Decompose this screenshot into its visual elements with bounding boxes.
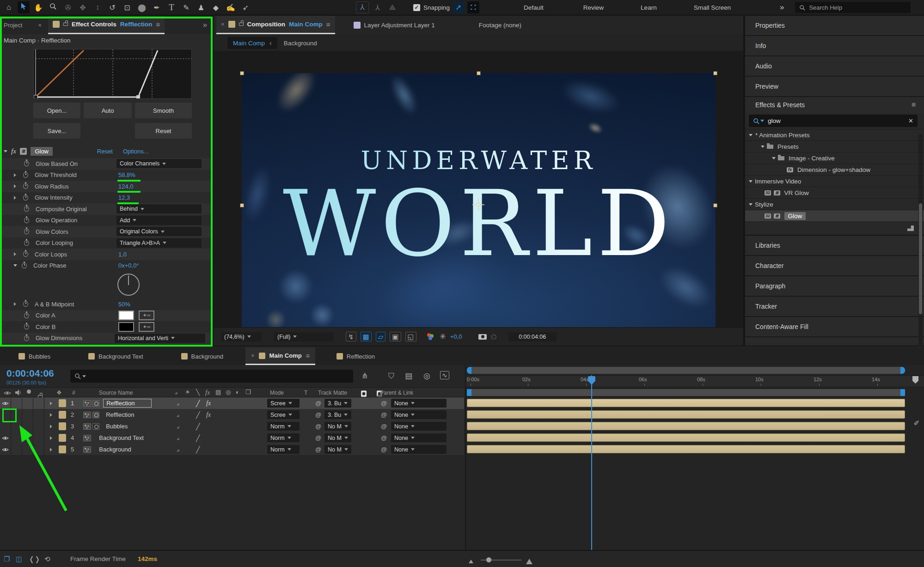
work-area-start-handle[interactable] xyxy=(467,389,471,396)
tab-close-icon[interactable]: × xyxy=(221,21,225,28)
track-matte-dropdown[interactable]: No M xyxy=(324,422,351,431)
glow-dimensions-dropdown[interactable]: Horizontal and Verti xyxy=(115,334,205,343)
layer-expander-icon[interactable] xyxy=(50,413,54,417)
composite-original-dropdown[interactable]: Behind xyxy=(116,204,202,213)
panel-menu-icon[interactable]: ≡ xyxy=(912,101,916,109)
stopwatch-icon[interactable] xyxy=(24,335,29,341)
composition-timecode[interactable]: 0:00:04:06 xyxy=(508,332,557,341)
tab-layer-adjustment[interactable]: Layer Adjustment Layer 1 xyxy=(354,22,435,29)
smooth-button[interactable]: Smooth xyxy=(135,103,192,118)
fx-toggle[interactable]: fx xyxy=(206,400,211,407)
panel-resize-grip[interactable] xyxy=(745,221,924,236)
lock-toggle[interactable] xyxy=(33,398,44,409)
selection-handle[interactable] xyxy=(713,71,717,75)
effect-reset-link[interactable]: Reset xyxy=(97,148,113,155)
timeline-search-field[interactable] xyxy=(70,370,353,383)
panel-properties[interactable]: Properties xyxy=(745,16,924,36)
expander-icon[interactable] xyxy=(13,264,17,268)
parent-pickwhip-icon[interactable]: @ xyxy=(381,446,387,452)
dolly-tool-icon[interactable]: ↕ xyxy=(92,3,104,12)
tab-background[interactable]: Background xyxy=(181,353,223,360)
color-looping-dropdown[interactable]: Triangle A>B>A xyxy=(116,238,202,248)
layer-name[interactable]: Background Text xyxy=(96,434,147,442)
resolution-dropdown[interactable]: (Full) xyxy=(274,332,333,341)
fast-previews-icon[interactable]: ↯ xyxy=(346,332,356,341)
snap-features-icon[interactable]: ⛚ xyxy=(467,1,479,13)
expander-icon[interactable] xyxy=(14,196,18,200)
tab-close-icon[interactable]: × xyxy=(251,352,255,359)
shy-toggle[interactable]: ⟓ xyxy=(177,423,179,429)
transparency-grid-icon[interactable]: ▦ xyxy=(361,332,372,341)
stopwatch-icon[interactable] xyxy=(23,251,28,257)
parent-pickwhip-icon[interactable]: @ xyxy=(381,423,387,429)
parent-dropdown[interactable]: None xyxy=(391,410,447,419)
selection-tool-icon[interactable] xyxy=(18,1,30,13)
breadcrumb-previous[interactable]: Background xyxy=(284,40,317,47)
parent-dropdown[interactable]: None xyxy=(391,422,447,431)
workspace-small-screen[interactable]: Small Screen xyxy=(694,4,731,11)
graph-editor-icon[interactable]: ∿ xyxy=(440,371,449,379)
home-tool-icon[interactable]: ⌂ xyxy=(3,3,15,12)
stopwatch-icon[interactable] xyxy=(24,324,29,329)
snap-edges-icon[interactable]: ➚ xyxy=(453,1,465,13)
playhead-line[interactable] xyxy=(591,375,592,550)
glow-based-on-dropdown[interactable]: Color Channels xyxy=(116,159,202,168)
glow-effect-header[interactable]: fx ≣ Glow Reset Options... xyxy=(0,145,212,157)
mode-dropdown[interactable]: Norm xyxy=(267,445,300,454)
transparency-toggle-icon[interactable]: ◫ xyxy=(16,555,22,562)
breadcrumb-back-icon[interactable]: ‹ xyxy=(269,39,272,47)
eraser-tool-icon[interactable]: ◆ xyxy=(210,3,222,12)
parent-pickwhip-icon[interactable]: @ xyxy=(381,412,387,418)
open-button[interactable]: Open... xyxy=(33,103,80,118)
navigator-start-handle[interactable] xyxy=(467,367,471,374)
stopwatch-icon[interactable] xyxy=(24,229,29,234)
stopwatch-icon[interactable] xyxy=(24,218,29,223)
stopwatch-icon[interactable] xyxy=(24,206,29,212)
playhead-handle[interactable] xyxy=(588,376,595,382)
panel-character[interactable]: Character xyxy=(745,256,924,276)
tab-bubbles[interactable]: Bubbles xyxy=(18,353,50,360)
mode-dropdown[interactable]: Scree xyxy=(267,410,300,419)
quality-toggle[interactable]: ╱ xyxy=(196,400,200,407)
eye-toggle[interactable] xyxy=(0,398,11,409)
composition-canvas[interactable]: UNDERWATER WORLD xyxy=(242,73,716,327)
panel-overflow-icon[interactable]: » xyxy=(203,21,207,29)
parent-dropdown[interactable]: None xyxy=(391,399,447,408)
shy-toggle[interactable]: ⟓ xyxy=(177,400,179,406)
expand-layers-icon[interactable]: ❐ xyxy=(4,555,10,562)
bend-pin-icon[interactable]: ⟁ xyxy=(386,3,398,12)
color-b-eyedropper-icon[interactable]: ✦═ xyxy=(139,322,154,332)
magnification-dropdown[interactable]: (74,6%) xyxy=(221,332,262,341)
eye-toggle[interactable] xyxy=(0,433,11,444)
snapping-checkbox[interactable]: ✓ xyxy=(413,4,420,11)
color-b-swatch[interactable] xyxy=(118,322,134,332)
auto-button[interactable]: Auto xyxy=(84,103,132,118)
tree-item-vr-glow[interactable]: 32 ≣ VR Glow xyxy=(745,187,924,198)
parent-pickwhip-icon[interactable]: @ xyxy=(381,435,387,441)
rotate-tool-icon[interactable]: ↺ xyxy=(106,3,118,12)
expander-icon[interactable] xyxy=(14,302,18,306)
mode-dropdown[interactable]: Norm xyxy=(267,422,300,431)
track-matte-pickwhip-icon[interactable]: @ xyxy=(315,446,321,452)
eye-toggle[interactable] xyxy=(0,421,11,432)
starch-pin-icon[interactable]: ⅄ xyxy=(372,3,384,12)
navigator-end-handle[interactable] xyxy=(900,367,905,374)
tree-item-stylize[interactable]: Stylize xyxy=(745,198,924,210)
anchor-point-icon[interactable] xyxy=(472,199,484,211)
tab-background-text[interactable]: Background Text xyxy=(88,353,143,360)
expander-icon[interactable] xyxy=(14,252,18,256)
tab-menu-icon[interactable]: ≡ xyxy=(306,352,310,360)
expand-caret-icon[interactable] xyxy=(4,150,7,154)
audio-toggle[interactable] xyxy=(11,398,22,409)
glow-operation-dropdown[interactable]: Add xyxy=(116,216,202,225)
mode-dropdown[interactable]: Scree xyxy=(267,399,300,408)
source-name-column-header[interactable]: Source Name xyxy=(99,390,133,396)
layer-bar-3[interactable] xyxy=(467,422,905,430)
tree-item-animation-presets[interactable]: * Animation Presets xyxy=(745,129,924,140)
layer-row-5[interactable]: 5 Background ⟓ ╱ Norm @ No M @ None xyxy=(0,444,464,456)
color-a-eyedropper-icon[interactable]: ✦═ xyxy=(139,311,154,320)
layer-row-3[interactable]: 3 Bubbles ⟓ ╱ Norm @ No M @ None xyxy=(0,421,464,433)
selection-handle[interactable] xyxy=(477,71,481,75)
timeline-zoom-slider-knob[interactable] xyxy=(486,557,491,562)
glow-colors-dropdown[interactable]: Original Colors xyxy=(116,227,202,236)
